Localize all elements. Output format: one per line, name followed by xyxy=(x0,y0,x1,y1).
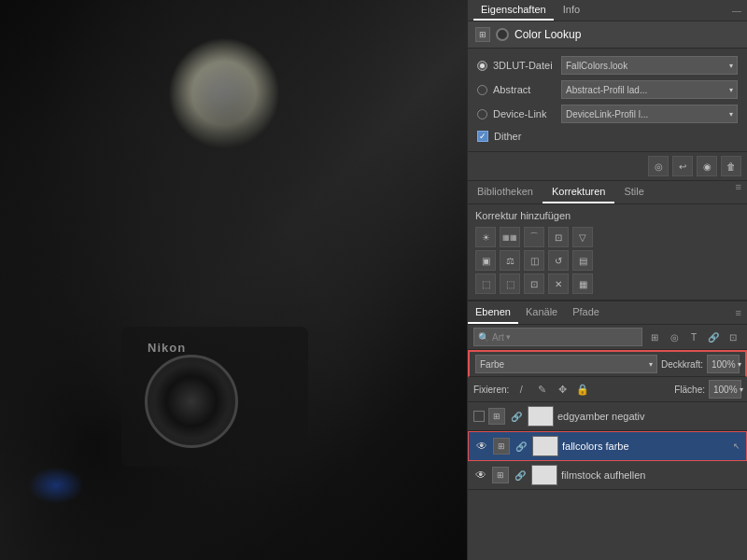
panel-close-btn[interactable]: — xyxy=(732,6,741,16)
brand-label: Nikon xyxy=(148,341,186,355)
color-lookup-grid-icon: ⊞ xyxy=(475,27,490,42)
corr-icon-invert[interactable]: ⬚ xyxy=(475,273,496,294)
corr-icon-lookup[interactable]: ▤ xyxy=(572,250,593,271)
opacity-input[interactable]: 100% ▾ xyxy=(707,355,740,373)
radio-abstract[interactable] xyxy=(477,85,487,95)
color-lookup-circle-icon xyxy=(496,28,509,41)
dropdown-3dlut-arrow: ▾ xyxy=(729,62,733,70)
layer-2-eye-icon[interactable]: 👁 xyxy=(474,439,489,454)
flaeche-input[interactable]: 100% ▾ xyxy=(709,380,741,399)
dropdown-abstract[interactable]: Abstract-Profil lad... ▾ xyxy=(561,80,738,99)
layers-tabs: Ebenen Kanäle Pfade ≡ xyxy=(468,301,747,325)
corr-icon-misc[interactable]: ▦ xyxy=(572,273,593,294)
layers-list: ⊞ 🔗 edgyamber negativ 👁 ⊞ 🔗 fallcolors f… xyxy=(468,402,747,560)
tab-kanaele[interactable]: Kanäle xyxy=(518,301,565,324)
props-icon-eye[interactable]: ◉ xyxy=(697,156,717,176)
layer-icon-box[interactable]: ⊡ xyxy=(725,329,741,345)
corrections-icon-row-2: ▣ ⚖ ◫ ↺ ▤ xyxy=(475,250,740,271)
tab-pfade[interactable]: Pfade xyxy=(565,301,607,324)
layers-search-box[interactable]: 🔍 Art ▾ xyxy=(473,328,642,346)
properties-toolbar: ◎ ↩ ◉ 🗑 xyxy=(468,151,747,180)
corrections-icon-row-1: ☀ ▦▦ ⌒ ⊡ ▽ xyxy=(475,227,740,247)
dither-row: ✓ Dither xyxy=(477,129,738,144)
blend-mode-row: Farbe ▾ Deckkraft: 100% ▾ xyxy=(468,350,747,377)
layer-1-visibility-off[interactable] xyxy=(473,411,485,422)
dither-checkbox[interactable]: ✓ xyxy=(477,131,488,142)
layers-menu-icon[interactable]: ≡ xyxy=(730,307,747,318)
layer-icon-circle[interactable]: ◎ xyxy=(666,329,683,345)
corr-icon-levels[interactable]: ▦▦ xyxy=(500,227,520,247)
search-icon: 🔍 xyxy=(478,332,489,343)
fixieren-label: Fixieren: xyxy=(473,385,509,395)
option-label-device-link: Device-Link xyxy=(477,108,561,119)
korrekturen-panel: Korrektur hinzufügen ☀ ▦▦ ⌒ ⊡ ▽ ▣ ⚖ ◫ ↺ … xyxy=(468,204,747,301)
tab-eigenschaften[interactable]: Eigenschaften xyxy=(473,0,554,21)
cursor-indicator: ↖ xyxy=(733,441,740,451)
dropdown-device-link[interactable]: DeviceLink-Profil l... ▾ xyxy=(561,105,738,123)
layer-2-name: fallcolors farbe xyxy=(562,441,729,452)
corr-icon-gradient[interactable]: ▽ xyxy=(572,227,593,247)
corrections-menu-icon[interactable]: ≡ xyxy=(730,181,747,203)
corr-icon-photo-filter[interactable]: ↺ xyxy=(548,250,569,271)
corr-icon-curves[interactable]: ⌒ xyxy=(524,227,544,247)
radio-3dlut[interactable] xyxy=(477,61,487,71)
layer-icon-link[interactable]: 🔗 xyxy=(705,329,722,345)
blue-light xyxy=(28,467,84,504)
korrekturen-title: Korrektur hinzufügen xyxy=(475,210,740,221)
corr-icon-exposure[interactable]: ⊡ xyxy=(548,227,569,247)
camera-lens xyxy=(145,355,238,448)
dropdown-abstract-arrow: ▾ xyxy=(729,86,733,94)
corr-icon-selective[interactable]: ✕ xyxy=(548,273,569,294)
photo-image: Nikon xyxy=(0,0,467,560)
option-label-3dlut: 3DLUT-Datei xyxy=(477,60,561,71)
properties-tabs: Eigenschaften Info — xyxy=(468,0,747,21)
fixieren-row: Fixieren: / ✎ ✥ 🔒 Fläche: 100% ▾ xyxy=(468,377,747,402)
layer-icon-text[interactable]: T xyxy=(685,329,702,345)
corr-icon-brightness[interactable]: ☀ xyxy=(475,227,496,247)
tab-info[interactable]: Info xyxy=(556,0,587,21)
option-row-abstract: Abstract Abstract-Profil lad... ▾ xyxy=(477,80,738,99)
layer-3-thumbnail xyxy=(531,465,557,485)
corr-icon-hsl[interactable]: ▣ xyxy=(475,250,496,271)
props-icon-1[interactable]: ◎ xyxy=(648,156,669,176)
corr-icon-threshold[interactable]: ⊡ xyxy=(524,273,544,294)
fix-icon-slash[interactable]: / xyxy=(513,381,529,398)
layer-1-link-icon: 🔗 xyxy=(509,409,524,424)
option-row-3dlut: 3DLUT-Datei FallColors.look ▾ xyxy=(477,56,738,75)
corr-icon-posterize[interactable]: ⬚ xyxy=(500,273,520,294)
tab-ebenen[interactable]: Ebenen xyxy=(468,301,518,324)
props-icon-delete[interactable]: 🗑 xyxy=(721,156,741,176)
layer-1-type-icon: ⊞ xyxy=(488,408,505,425)
option-row-device-link: Device-Link DeviceLink-Profil l... ▾ xyxy=(477,105,738,123)
tab-stile[interactable]: Stile xyxy=(614,181,653,203)
layer-2-link-icon: 🔗 xyxy=(514,439,529,454)
option-label-abstract: Abstract xyxy=(477,84,561,95)
radio-device-link[interactable] xyxy=(477,109,487,119)
fix-icon-lock[interactable]: 🔒 xyxy=(574,381,591,398)
props-icon-undo[interactable]: ↩ xyxy=(672,156,693,176)
right-panel: Eigenschaften Info — ⊞ Color Lookup 3DLU… xyxy=(467,0,747,560)
layer-item-3[interactable]: 👁 ⊞ 🔗 filmstock aufhellen xyxy=(468,461,747,490)
tab-bibliotheken[interactable]: Bibliotheken xyxy=(468,181,543,203)
layer-3-eye-icon[interactable]: 👁 xyxy=(473,468,488,483)
fix-icon-move[interactable]: ✥ xyxy=(554,381,571,398)
search-text: Art xyxy=(492,332,504,343)
tab-korrekturen[interactable]: Korrekturen xyxy=(543,181,614,203)
corr-icon-bw[interactable]: ◫ xyxy=(524,250,544,271)
dropdown-3dlut[interactable]: FallColors.look ▾ xyxy=(561,56,738,75)
blend-mode-select[interactable]: Farbe ▾ xyxy=(475,355,657,373)
layer-item-2[interactable]: 👁 ⊞ 🔗 fallcolors farbe ↖ xyxy=(468,431,747,461)
layers-toolbar: 🔍 Art ▾ ⊞ ◎ T 🔗 ⊡ xyxy=(468,325,747,350)
layer-item-1[interactable]: ⊞ 🔗 edgyamber negativ xyxy=(468,402,747,431)
layer-3-link-icon: 🔗 xyxy=(513,468,528,483)
layer-1-thumbnail xyxy=(528,406,554,427)
blend-mode-arrow: ▾ xyxy=(649,360,653,369)
fix-icon-brush[interactable]: ✎ xyxy=(533,381,550,398)
photo-panel: Nikon xyxy=(0,0,467,560)
search-dropdown-arrow[interactable]: ▾ xyxy=(506,332,511,342)
layer-icon-grid[interactable]: ⊞ xyxy=(646,329,663,345)
layer-1-name: edgyamber negativ xyxy=(557,411,741,422)
corrections-tabs: Bibliotheken Korrekturen Stile ≡ xyxy=(468,180,747,204)
dither-label: Dither xyxy=(494,131,521,142)
corr-icon-balance[interactable]: ⚖ xyxy=(500,250,520,271)
